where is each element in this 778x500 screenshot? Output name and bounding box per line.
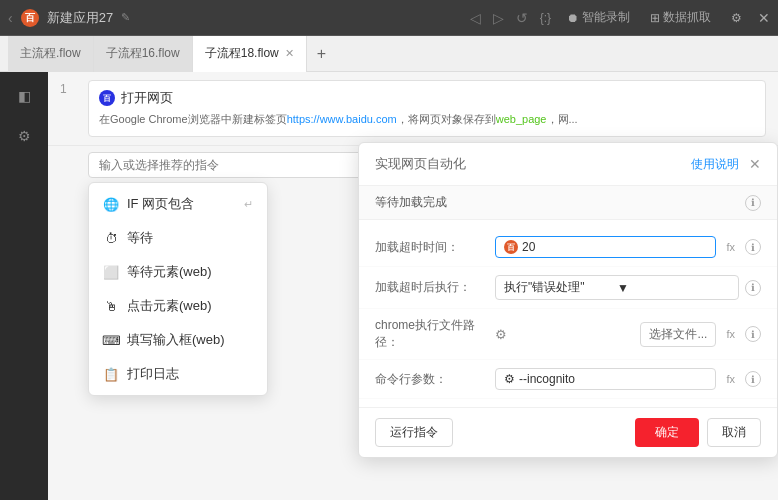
tab-main-flow-label: 主流程.flow [20, 45, 81, 62]
tab-add-btn[interactable]: + [307, 45, 336, 63]
timeout-input-icon: 百 [504, 240, 518, 254]
timeout-action-info-icon[interactable]: ℹ [745, 280, 761, 296]
menu-item-print-log-label: 打印日志 [127, 365, 179, 383]
timeout-input-wrapper[interactable]: 百 [495, 236, 716, 258]
nav-refresh-btn[interactable]: ↺ [516, 10, 528, 26]
dialog-title: 实现网页自动化 [375, 155, 466, 173]
titlebar-controls: ◁ ▷ ↺ {:} ⏺ 智能录制 ⊞ 数据抓取 ⚙ ✕ [470, 7, 770, 28]
extract-icon: ⊞ [650, 11, 660, 25]
timeout-info-icon[interactable]: ℹ [745, 239, 761, 255]
dialog-help-link[interactable]: 使用说明 [691, 156, 739, 173]
edit-icon[interactable]: ✎ [121, 11, 130, 24]
menu-item-wait[interactable]: ⏱ 等待 [89, 221, 267, 255]
chrome-path-icon: ⚙ [495, 327, 507, 342]
desc-var: web_page [496, 113, 547, 125]
dialog-actions: 运行指令 确定 取消 [359, 407, 777, 457]
extract-btn[interactable]: ⊞ 数据抓取 [646, 7, 715, 28]
click-element-icon: 🖱 [103, 298, 119, 314]
timeout-input[interactable] [522, 240, 707, 254]
record-label: 智能录制 [582, 9, 630, 26]
menu-item-if-shortcut: ↵ [244, 198, 253, 211]
menu-item-print-log[interactable]: 📋 打印日志 [89, 357, 267, 391]
chrome-path-info-icon[interactable]: ℹ [745, 326, 761, 342]
run-btn[interactable]: 运行指令 [375, 418, 453, 447]
menu-item-click-element-label: 点击元素(web) [127, 297, 212, 315]
dialog-header: 实现网页自动化 使用说明 ✕ [359, 143, 777, 186]
cmd-args-fx-btn[interactable]: fx [722, 371, 739, 387]
timeout-label: 加载超时时间： [375, 239, 495, 256]
record-icon: ⏺ [567, 11, 579, 25]
chrome-path-fx-btn[interactable]: fx [722, 326, 739, 342]
timeout-action-row: 加载超时后执行： 执行"错误处理" ▼ ℹ [359, 267, 777, 309]
sidebar-settings-icon[interactable]: ⚙ [8, 120, 40, 152]
desc-url[interactable]: https://www.baidu.com [287, 113, 397, 125]
menu-item-wait-element-label: 等待元素(web) [127, 263, 212, 281]
timeout-fx-btn[interactable]: fx [722, 239, 739, 255]
sidebar: ◧ ⚙ [0, 72, 48, 500]
chrome-path-value: ⚙ 选择文件... fx ℹ [495, 322, 761, 347]
desc-suffix: ，网... [547, 113, 578, 125]
dialog-body: 加载超时时间： 百 fx ℹ 加载超时后执行： [359, 220, 777, 407]
menu-item-if-contains[interactable]: 🌐 IF 网页包含 ↵ [89, 187, 267, 221]
timeout-action-select-value: 执行"错误处理" [504, 279, 617, 296]
timeout-action-select[interactable]: 执行"错误处理" ▼ [495, 275, 739, 300]
content-area: 1 百 打开网页 在Google Chrome浏览器中新建标签页https://… [48, 72, 778, 500]
cmd-args-value: ⚙ --incognito fx ℹ [495, 368, 761, 390]
dialog-subtitle: 等待加载完成 [375, 194, 745, 211]
baidu-icon: 百 [99, 90, 115, 106]
main: ◧ ⚙ 1 百 打开网页 在Google Chrome浏览器中新建标签页http… [0, 72, 778, 500]
step-card: 百 打开网页 在Google Chrome浏览器中新建标签页https://ww… [88, 80, 766, 137]
if-icon: 🌐 [103, 196, 119, 212]
cmd-args-input-icon: ⚙ [504, 372, 515, 386]
menu-item-wait-element[interactable]: ⬜ 等待元素(web) [89, 255, 267, 289]
cmd-args-input-wrapper[interactable]: ⚙ --incognito [495, 368, 716, 390]
select-arrow-icon: ▼ [617, 281, 730, 295]
menu-item-click-element[interactable]: 🖱 点击元素(web) [89, 289, 267, 323]
timeout-action-value: 执行"错误处理" ▼ ℹ [495, 275, 761, 300]
wait-element-icon: ⬜ [103, 264, 119, 280]
dialog-close-btn[interactable]: ✕ [749, 156, 761, 172]
confirm-btn[interactable]: 确定 [635, 418, 699, 447]
dropdown-menu: 🌐 IF 网页包含 ↵ ⏱ 等待 ⬜ 等待元素(web) 🖱 点击元素(web)… [88, 182, 268, 396]
cmd-args-info-icon[interactable]: ℹ [745, 371, 761, 387]
menu-item-fill-input-label: 填写输入框(web) [127, 331, 225, 349]
nav-back-icon[interactable]: ‹ [8, 10, 13, 26]
nav-back-btn[interactable]: ◁ [470, 10, 481, 26]
print-log-icon: 📋 [103, 366, 119, 382]
timeout-value: 百 fx ℹ [495, 236, 761, 258]
app-title: 新建应用27 [47, 9, 113, 27]
extract-label: 数据抓取 [663, 9, 711, 26]
tab-sub-flow-18[interactable]: 子流程18.flow ✕ [193, 36, 307, 72]
chrome-path-row: chrome执行文件路径： ⚙ 选择文件... fx ℹ [359, 309, 777, 360]
chrome-path-label: chrome执行文件路径： [375, 317, 495, 351]
timeout-row: 加载超时时间： 百 fx ℹ [359, 228, 777, 267]
flow-step-1: 1 百 打开网页 在Google Chrome浏览器中新建标签页https://… [48, 72, 778, 146]
window-close-btn[interactable]: ✕ [758, 10, 770, 26]
nav-forward-btn[interactable]: ▷ [493, 10, 504, 26]
subtitle-info-icon[interactable]: ℹ [745, 195, 761, 211]
dialog-panel: 实现网页自动化 使用说明 ✕ 等待加载完成 ℹ 加载超时时间： 百 [358, 142, 778, 458]
step-description: 在Google Chrome浏览器中新建标签页https://www.baidu… [99, 111, 755, 128]
titlebar-left: ‹ 新建应用27百 新建应用27 ✎ [8, 9, 130, 27]
record-btn[interactable]: ⏺ 智能录制 [563, 7, 634, 28]
file-choose-btn[interactable]: 选择文件... [640, 322, 716, 347]
tabbar: 主流程.flow 子流程16.flow 子流程18.flow ✕ + [0, 36, 778, 72]
app-icon: 新建应用27百 [21, 9, 39, 27]
wait-icon: ⏱ [103, 230, 119, 246]
tab-sub-flow-16[interactable]: 子流程16.flow [94, 36, 193, 72]
fill-input-icon: ⌨ [103, 332, 119, 348]
sidebar-collapse-icon[interactable]: ◧ [8, 80, 40, 112]
tab-sub-flow-18-label: 子流程18.flow [205, 45, 279, 62]
step-header: 百 打开网页 [99, 89, 755, 107]
tab-main-flow[interactable]: 主流程.flow [8, 36, 94, 72]
cancel-btn[interactable]: 取消 [707, 418, 761, 447]
desc-prefix: 在Google Chrome浏览器中新建标签页 [99, 113, 287, 125]
menu-item-fill-input[interactable]: ⌨ 填写输入框(web) [89, 323, 267, 357]
cmd-args-row: 命令行参数： ⚙ --incognito fx ℹ [359, 360, 777, 399]
cmd-args-input-text: --incognito [519, 372, 575, 386]
settings-icon[interactable]: ⚙ [727, 9, 746, 27]
desc-mid: ，将网页对象保存到 [397, 113, 496, 125]
titlebar: ‹ 新建应用27百 新建应用27 ✎ ◁ ▷ ↺ {:} ⏺ 智能录制 ⊞ 数据… [0, 0, 778, 36]
actions-right: 确定 取消 [635, 418, 761, 447]
tab-close-icon[interactable]: ✕ [285, 47, 294, 60]
